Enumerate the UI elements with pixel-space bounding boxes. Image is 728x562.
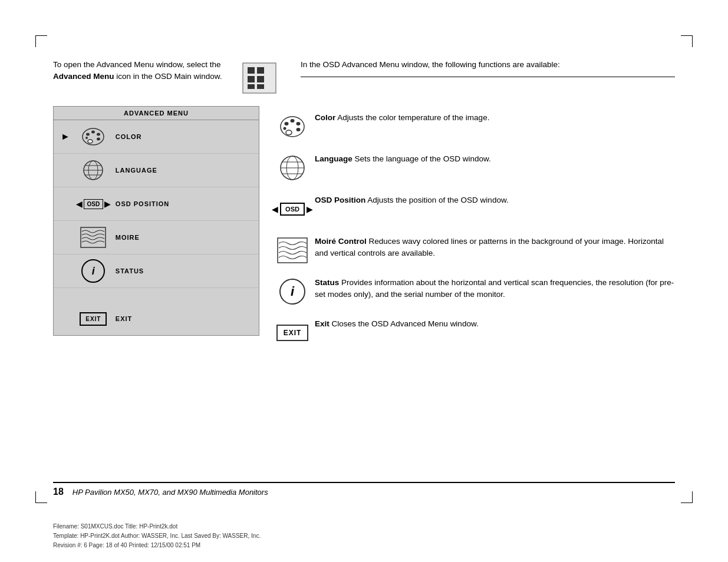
corner-mark-tr [681,35,693,47]
advanced-menu-icon-block [242,62,277,94]
svg-point-25 [297,128,301,131]
osd-arrow-left-icon: ◀ [272,204,278,214]
osd-menu-item-color[interactable]: ► [54,120,259,154]
status-icon-menu: i [80,259,107,283]
svg-rect-6 [248,84,255,89]
svg-rect-5 [257,76,264,82]
exit-label: EXIT [116,315,132,322]
svg-point-12 [97,138,100,141]
right-panel: In the OSD Advanced Menu window, the fol… [301,59,675,84]
osd-position-label: OSD POSITION [116,200,169,207]
feature-item-language: Language Sets the language of the OSD wi… [277,147,675,189]
exit-button-icon: EXIT [276,325,309,341]
language-icon-menu [80,158,107,182]
main-content: To open the Advanced Menu window, select… [53,59,675,480]
corner-mark-tl [35,35,47,47]
svg-point-10 [91,131,95,134]
svg-point-11 [97,133,100,136]
feature-language-text: Language Sets the language of the OSD wi… [315,153,675,165]
svg-rect-3 [264,67,270,74]
svg-point-27 [284,127,286,130]
svg-point-13 [88,140,93,143]
doc-info-line1: Filename: S01MXCUS.doc Title: HP-Print2k… [53,522,261,531]
feature-item-exit: EXIT Exit Closes the OSD Advanced Menu w… [277,312,675,353]
svg-point-24 [297,122,301,125]
svg-point-22 [285,122,289,125]
osd-menu-item-osd-position[interactable]: ► ◀ OSD ▶ OSD POSITION [54,187,259,221]
osd-position-icon-menu: ◀ OSD ▶ [80,192,107,216]
doc-info-line2: Template: HP-Print2K.dot Author: WASSER,… [53,531,261,541]
feature-moire-text: Moiré Control Reduces wavy colored lines… [315,236,675,260]
feature-osd-position-icon: ◀ OSD ▶ [277,194,308,224]
feature-language-icon [277,153,308,183]
feature-moire-icon [277,236,308,265]
intro-paragraph: To open the Advanced Menu window, select… [53,59,230,83]
color-label: COLOR [116,133,142,140]
svg-rect-7 [257,84,264,89]
feature-status-text: Status Provides information about the ho… [315,277,675,301]
intro-text-before-bold: To open the Advanced Menu window, select… [53,60,220,69]
page: To open the Advanced Menu window, select… [0,0,728,562]
top-row: To open the Advanced Menu window, select… [53,59,675,94]
osd-arrow-right-icon: ▶ [307,204,313,214]
feature-item-moire: Moiré Control Reduces wavy colored lines… [277,230,675,271]
exit-icon-menu: EXIT [80,307,107,330]
intro-with-icon: To open the Advanced Menu window, select… [53,59,277,94]
osd-menu-header: ADVANCED MENU [54,107,259,120]
osd-pos-display: ◀ OSD ▶ [76,199,111,209]
info-circle-icon: i [279,279,305,305]
feature-color-icon [277,112,308,141]
page-footer: 18 HP Pavilion MX50, MX70, and MX90 Mult… [53,482,675,497]
svg-point-14 [85,137,88,139]
feature-status-icon: i [277,277,308,306]
intro-bold: Advanced Menu [53,72,114,81]
doc-info-line3: Revision #: 6 Page: 18 of 40 Printed: 12… [53,541,261,550]
osd-menu-item-exit[interactable]: ► EXIT EXIT [54,300,259,335]
osd-menu-item-moire[interactable]: ► MOIRE [54,221,259,254]
osd-menu-item-status[interactable]: ► i STATUS [54,254,259,288]
osd-box-icon: OSD [280,203,305,216]
feature-exit-text: Exit Closes the OSD Advanced Menu window… [315,318,675,330]
svg-point-26 [286,130,292,135]
language-label: LANGUAGE [116,167,157,174]
status-label: STATUS [116,267,144,275]
page-title: HP Pavilion MX50, MX70, and MX90 Multime… [73,488,268,497]
feature-osd-position-text: OSD Position Adjusts the position of the… [315,194,675,206]
moire-label: MOIRE [116,234,140,241]
corner-mark-br [681,491,693,503]
feature-list: Color Adjusts the color temperature of t… [277,106,675,353]
feature-item-osd-position: ◀ OSD ▶ OSD Position Adjusts the positio… [277,189,675,230]
svg-point-23 [291,119,295,123]
page-number: 18 [53,487,64,497]
bottom-section: ADVANCED MENU ► [53,106,675,353]
feature-color-text: Color Adjusts the color temperature of t… [315,112,675,124]
advanced-menu-grid-icon [242,62,277,94]
corner-mark-bl [35,491,47,503]
feature-item-status: i Status Provides information about the … [277,271,675,312]
right-intro-text: In the OSD Advanced Menu window, the fol… [301,59,675,77]
osd-menu-box: ADVANCED MENU ► [53,106,259,336]
color-icon-menu [80,125,107,148]
svg-rect-2 [257,67,264,74]
intro-text-after-bold: icon in the OSD Main window. [114,72,222,81]
intro-text-block: To open the Advanced Menu window, select… [53,59,230,92]
feature-exit-icon: EXIT [277,318,308,348]
moire-icon-menu [80,226,107,249]
svg-rect-4 [248,76,255,82]
svg-rect-1 [248,67,255,74]
doc-info: Filename: S01MXCUS.doc Title: HP-Print2k… [53,522,261,550]
svg-point-9 [86,133,90,136]
osd-menu-item-language[interactable]: ► LANGUAGE [54,154,259,187]
selection-arrow: ► [61,131,70,142]
feature-item-color: Color Adjusts the color temperature of t… [277,106,675,147]
